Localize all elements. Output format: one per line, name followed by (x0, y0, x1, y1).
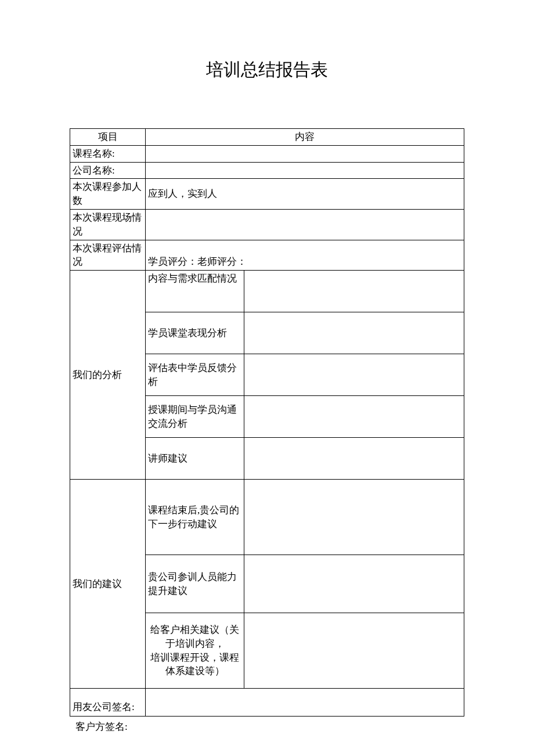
row-suggestion-0: 我们的建议 课程结束后,贵公司的下一步行动建议 (70, 480, 464, 555)
value-signature (146, 689, 464, 717)
row-signature: 用友公司签名: (70, 689, 464, 717)
label-suggestions: 我们的建议 (70, 480, 146, 689)
report-table: 项目 内容 课程名称: 公司名称: 本次课程参加人数 应到人，实到人 本次课程现… (70, 128, 464, 717)
analysis-item-1: 学员课堂表现分析 (146, 312, 244, 354)
row-attendees: 本次课程参加人数 应到人，实到人 (70, 179, 464, 210)
analysis-item-4: 讲师建议 (146, 438, 244, 480)
label-company-name: 公司名称: (70, 162, 146, 179)
footer-customer-signature: 客户方签名: (75, 720, 464, 733)
header-col-project: 项目 (70, 129, 146, 146)
suggestion-item-1: 贵公司参训人员能力提升建议 (146, 555, 244, 613)
row-company-name: 公司名称: (70, 162, 464, 179)
analysis-item-3: 授课期间与学员沟通交流分析 (146, 396, 244, 438)
label-course-name: 课程名称: (70, 145, 146, 162)
suggestion-value-1 (244, 555, 464, 613)
suggestion-item-2: 给客户相关建议（关于培训内容， 培训课程开设，课程体系建设等） (146, 613, 244, 689)
label-analysis: 我们的分析 (70, 271, 146, 480)
value-onsite (146, 209, 464, 240)
analysis-item-0: 内容与需求匹配情况 (146, 271, 244, 312)
label-attendees: 本次课程参加人数 (70, 179, 146, 210)
analysis-value-3 (244, 396, 464, 438)
analysis-value-0 (244, 271, 464, 312)
row-course-name: 课程名称: (70, 145, 464, 162)
table-header-row: 项目 内容 (70, 129, 464, 146)
page-title: 培训总结报告表 (70, 58, 464, 82)
value-company-name (146, 162, 464, 179)
suggestion-value-0 (244, 480, 464, 555)
row-analysis-0: 我们的分析 内容与需求匹配情况 (70, 271, 464, 312)
analysis-value-2 (244, 354, 464, 396)
suggestion-item-0: 课程结束后,贵公司的下一步行动建议 (146, 480, 244, 555)
suggestion-value-2 (244, 613, 464, 689)
row-evaluation: 本次课程评估情况 学员评分：老师评分： (70, 240, 464, 271)
analysis-item-2: 评估表中学员反馈分析 (146, 354, 244, 396)
value-attendees: 应到人，实到人 (146, 179, 464, 210)
analysis-value-4 (244, 438, 464, 480)
header-col-content: 内容 (146, 129, 464, 146)
analysis-value-1 (244, 312, 464, 354)
value-evaluation: 学员评分：老师评分： (146, 240, 464, 271)
label-onsite: 本次课程现场情况 (70, 209, 146, 240)
label-evaluation: 本次课程评估情况 (70, 240, 146, 271)
label-signature: 用友公司签名: (70, 689, 146, 717)
row-onsite: 本次课程现场情况 (70, 209, 464, 240)
value-course-name (146, 145, 464, 162)
